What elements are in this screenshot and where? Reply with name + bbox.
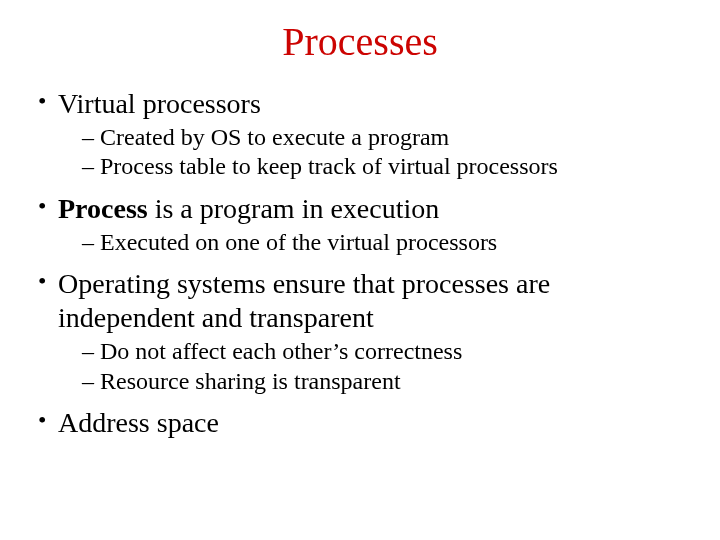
text-segment: Operating systems ensure that processes …: [58, 268, 550, 333]
sub-item: Resource sharing is transparent: [82, 367, 692, 396]
sub-list: Created by OS to execute a program Proce…: [58, 123, 692, 182]
slide-title: Processes: [28, 18, 692, 65]
bullet-item: Operating systems ensure that processes …: [36, 267, 692, 396]
bullet-item: Process is a program in execution Execut…: [36, 192, 692, 257]
sub-item: Do not affect each other’s correctness: [82, 337, 692, 366]
text-segment: is a program in execution: [148, 193, 440, 224]
bullet-text: Process is a program in execution: [58, 192, 692, 226]
bullet-list: Virtual processors Created by OS to exec…: [28, 87, 692, 440]
text-segment: Virtual processors: [58, 88, 261, 119]
sub-list: Executed on one of the virtual processor…: [58, 228, 692, 257]
sub-item: Created by OS to execute a program: [82, 123, 692, 152]
bullet-text: Virtual processors: [58, 87, 692, 121]
slide: Processes Virtual processors Created by …: [0, 0, 720, 540]
bullet-text: Operating systems ensure that processes …: [58, 267, 692, 335]
sub-item: Executed on one of the virtual processor…: [82, 228, 692, 257]
bullet-item: Virtual processors Created by OS to exec…: [36, 87, 692, 182]
sub-list: Do not affect each other’s correctness R…: [58, 337, 692, 396]
sub-item: Process table to keep track of virtual p…: [82, 152, 692, 181]
bullet-item: Address space: [36, 406, 692, 440]
bullet-text: Address space: [58, 406, 692, 440]
text-segment: Address space: [58, 407, 219, 438]
text-segment: Process: [58, 193, 148, 224]
